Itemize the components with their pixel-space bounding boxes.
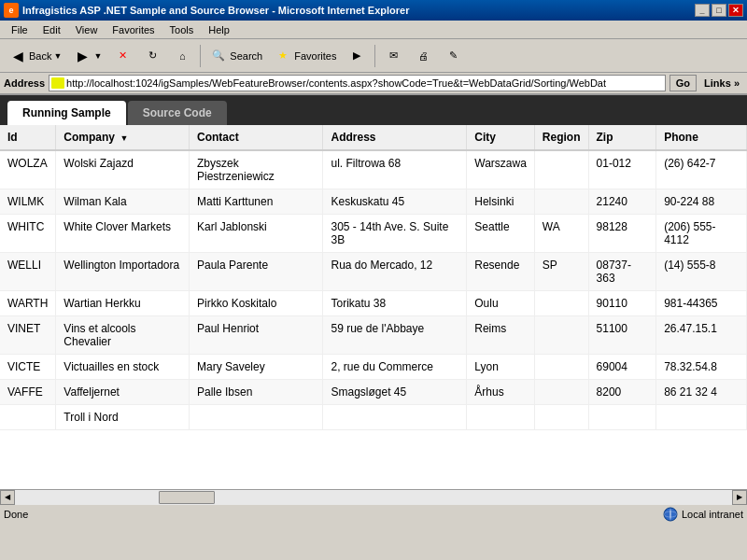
cell-contact: Zbyszek Piestrzeniewicz — [190, 150, 323, 189]
cell-zip: 21240 — [588, 189, 656, 215]
cell-address: 305 - 14th Ave. S. Suite 3B — [323, 215, 467, 253]
cell-zip: 51100 — [588, 316, 656, 355]
favorites-button[interactable]: ★ Favorites — [269, 43, 341, 69]
scroll-track[interactable] — [15, 490, 732, 505]
back-button[interactable]: ◀ Back ▼ — [4, 43, 66, 69]
cell-city: Århus — [467, 380, 535, 405]
col-header-region[interactable]: Region — [534, 125, 588, 150]
back-icon: ◀ — [8, 47, 27, 65]
cell-id: WHITC — [0, 215, 56, 253]
menu-favorites[interactable]: Favorites — [105, 22, 162, 37]
col-header-contact[interactable]: Contact — [190, 125, 323, 150]
cell-address: 2, rue du Commerce — [323, 355, 467, 380]
cell-id: WELLI — [0, 253, 56, 291]
cell-contact: Karl Jablonski — [190, 215, 323, 253]
window-controls[interactable]: _ □ ✕ — [695, 4, 743, 17]
search-button[interactable]: 🔍 Search — [204, 43, 267, 69]
zone-text: Local intranet — [682, 509, 743, 520]
cell-company: Victuailles en stock — [56, 355, 190, 380]
address-bar: Address Go Links » — [0, 73, 747, 95]
cell-city: Resende — [467, 253, 535, 291]
cell-address: 59 rue de l'Abbaye — [323, 316, 467, 355]
table-row: WARTHWartian HerkkuPirkko KoskitaloTorik… — [0, 291, 747, 316]
cell-zip: 01-012 — [588, 150, 656, 189]
cell-region: SP — [534, 253, 588, 291]
menu-view[interactable]: View — [68, 22, 106, 37]
menu-help[interactable]: Help — [201, 22, 237, 37]
cell-address: Rua do Mercado, 12 — [323, 253, 467, 291]
scroll-right-button[interactable]: ▶ — [732, 490, 747, 505]
stop-button[interactable]: ✕ — [108, 43, 136, 69]
refresh-button[interactable]: ↻ — [138, 43, 166, 69]
cell-company: Wellington Importadora — [56, 253, 190, 291]
cell-region — [534, 355, 588, 380]
intranet-icon — [663, 507, 678, 522]
col-header-id[interactable]: Id — [0, 125, 56, 150]
cell-zip: 8200 — [588, 380, 656, 405]
address-input[interactable] — [66, 77, 663, 89]
col-header-phone[interactable]: Phone — [656, 125, 747, 150]
company-sort-icon: ▼ — [120, 133, 128, 143]
scroll-left-button[interactable]: ◀ — [0, 490, 15, 505]
links-button[interactable]: Links » — [700, 77, 743, 89]
cell-city: Reims — [467, 316, 535, 355]
zone-icon — [663, 507, 678, 522]
media-button[interactable]: ▶ — [343, 43, 371, 69]
back-dropdown-icon: ▼ — [53, 51, 62, 61]
status-text: Done — [4, 509, 28, 520]
cell-id: VICTE — [0, 355, 56, 380]
cell-id: WARTH — [0, 291, 56, 316]
address-label: Address — [4, 77, 45, 89]
title-bar: e Infragistics ASP .NET Sample and Sourc… — [0, 0, 747, 21]
toolbar-separator-1 — [200, 45, 201, 67]
minimize-button[interactable]: _ — [695, 4, 710, 17]
cell-address: Smagsløget 45 — [323, 380, 467, 405]
forward-button[interactable]: ▶ ▼ — [68, 43, 106, 69]
close-button[interactable]: ✕ — [728, 4, 743, 17]
cell-phone: 981-44365 — [656, 291, 747, 316]
home-button[interactable]: ⌂ — [168, 43, 196, 69]
cell-contact: Paul Henriot — [190, 316, 323, 355]
cell-city: Oulu — [467, 291, 535, 316]
go-button[interactable]: Go — [669, 75, 697, 91]
maximize-button[interactable]: □ — [712, 4, 726, 17]
grid-header: Id Company ▼ Contact Address City Region — [0, 125, 747, 150]
page-icon — [51, 77, 64, 89]
table-row-partial: Troll i Nord — [0, 405, 747, 430]
cell-company: Vins et alcools Chevalier — [56, 316, 190, 355]
cell-zip: 98128 — [588, 215, 656, 253]
cell-phone: 90-224 88 — [656, 189, 747, 215]
cell-address: ul. Filtrowa 68 — [323, 150, 467, 189]
cell-zip: 90110 — [588, 291, 656, 316]
cell-id: WILMK — [0, 189, 56, 215]
cell-phone: 26.47.15.1 — [656, 316, 747, 355]
print-button[interactable]: 🖨 — [409, 43, 437, 69]
menu-file[interactable]: File — [4, 22, 35, 37]
menu-tools[interactable]: Tools — [162, 22, 202, 37]
cell-city: Seattle — [467, 215, 535, 253]
menu-edit[interactable]: Edit — [35, 22, 68, 37]
col-header-zip[interactable]: Zip — [588, 125, 656, 150]
cell-contact: Matti Karttunen — [190, 189, 323, 215]
menu-bar: File Edit View Favorites Tools Help — [0, 21, 747, 39]
cell-city: Warszawa — [467, 150, 535, 189]
col-header-address[interactable]: Address — [323, 125, 467, 150]
forward-dropdown-icon: ▼ — [93, 51, 102, 61]
cell-zip: 69004 — [588, 355, 656, 380]
edit-button[interactable]: ✎ — [439, 43, 467, 69]
cell-phone: 86 21 32 4 — [656, 380, 747, 405]
cell-company: Wartian Herkku — [56, 291, 190, 316]
tab-running-sample[interactable]: Running Sample — [7, 101, 126, 125]
col-header-city[interactable]: City — [467, 125, 535, 150]
cell-phone: (26) 642-7 — [656, 150, 747, 189]
col-header-company[interactable]: Company ▼ — [56, 125, 190, 150]
tab-source-code[interactable]: Source Code — [128, 101, 227, 125]
stop-icon: ✕ — [113, 47, 132, 65]
horizontal-scrollbar[interactable]: ◀ ▶ — [0, 489, 747, 504]
toolbar-separator-2 — [374, 45, 375, 67]
cell-zip: 08737-363 — [588, 253, 656, 291]
mail-icon: ✉ — [384, 47, 402, 65]
scroll-thumb[interactable] — [159, 491, 215, 504]
mail-button[interactable]: ✉ — [379, 43, 407, 69]
cell-id: VAFFE — [0, 380, 56, 405]
